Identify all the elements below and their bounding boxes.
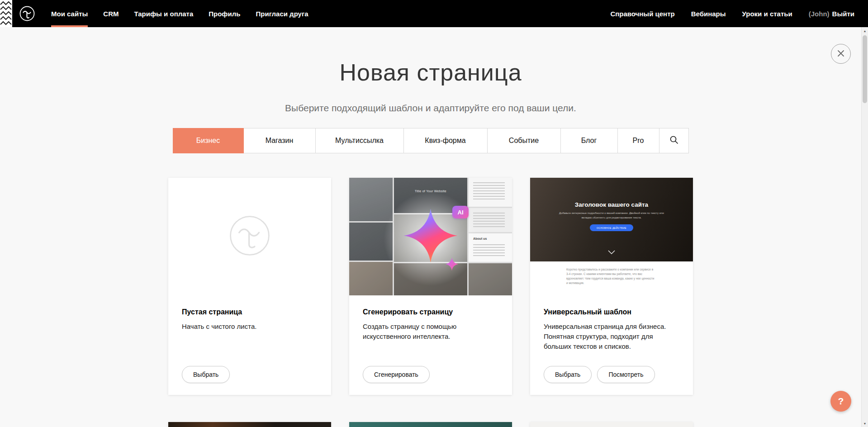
tab-pro[interactable]: Pro: [617, 128, 659, 153]
preview-body-text: Коротко представьтесь и расскажите о ком…: [566, 267, 656, 285]
page-title: Новая страница: [0, 60, 861, 85]
template-card-partial[interactable]: [349, 422, 512, 427]
tab-event[interactable]: Событие: [487, 128, 561, 153]
preview-cta-button: Основное действие: [590, 224, 633, 231]
template-card-universal: Заголовок вашего сайта Добавьте интересн…: [530, 178, 693, 395]
tilda-logo-icon[interactable]: [19, 5, 36, 22]
help-button[interactable]: ?: [830, 391, 851, 412]
card-description: Универсальная страница для бизнеса. Поня…: [544, 322, 679, 351]
ai-sparkle-icon: [403, 208, 459, 266]
card-body: Пустая страница Начать с чистого листа. …: [168, 295, 331, 395]
card-title: Универсальный шаблон: [544, 308, 679, 316]
card-actions: Сгенерировать: [363, 366, 498, 383]
tab-multilink[interactable]: Мультиссылка: [315, 128, 404, 153]
new-page-overlay: Новая страница Выберите подходящий шабло…: [0, 27, 861, 427]
template-preview[interactable]: Заголовок вашего сайта Добавьте интересн…: [530, 178, 693, 295]
generate-button[interactable]: Сгенерировать: [363, 366, 430, 383]
tab-store[interactable]: Магазин: [243, 128, 316, 153]
tab-business[interactable]: Бизнес: [173, 128, 244, 153]
card-description: Начать с чистого листа.: [182, 322, 318, 332]
zigzag-pattern-icon: [0, 0, 12, 27]
screen: Мои сайты CRM Тарифы и оплата Профиль Пр…: [0, 0, 868, 427]
preview-heading: Заголовок вашего сайта: [530, 201, 693, 208]
preview-hero: Заголовок вашего сайта Добавьте интересн…: [530, 178, 693, 261]
choose-button[interactable]: Выбрать: [544, 366, 592, 383]
card-description: Создать страницу с помощью искусственног…: [363, 322, 498, 342]
nav-help-center[interactable]: Справочный центр: [610, 0, 674, 27]
ai-sparkle-small-icon: [445, 257, 459, 273]
tab-quiz-form[interactable]: Квиз-форма: [403, 128, 488, 153]
template-card-blank: Пустая страница Начать с чистого листа. …: [168, 178, 331, 395]
template-card-partial[interactable]: [168, 422, 331, 427]
question-icon: ?: [838, 396, 844, 406]
nav-profile[interactable]: Профиль: [209, 0, 240, 27]
category-tabs: Бизнес Магазин Мультиссылка Квиз-форма С…: [173, 128, 689, 153]
scroll-down-arrow-icon[interactable]: ▼: [862, 420, 868, 427]
template-card-ai: Title of Your Website About us: [349, 178, 512, 395]
card-actions: Выбрать: [182, 366, 318, 383]
nav-my-sites[interactable]: Мои сайты: [51, 0, 88, 27]
tilda-watermark-icon: [226, 212, 273, 261]
close-icon: [837, 49, 845, 59]
scrollbar[interactable]: ▲ ▼: [861, 27, 868, 427]
main-menu: Мои сайты CRM Тарифы и оплата Профиль Пр…: [51, 0, 308, 27]
nav-webinars[interactable]: Вебинары: [691, 0, 726, 27]
chevron-down-icon: [608, 248, 615, 256]
template-grid: Пустая страница Начать с чистого листа. …: [168, 178, 693, 395]
template-card-partial[interactable]: [530, 422, 693, 427]
scrollbar-thumb[interactable]: [863, 35, 867, 103]
card-actions: Выбрать Посмотреть: [544, 366, 679, 383]
secondary-menu: Справочный центр Вебинары Уроки и статьи…: [610, 0, 854, 27]
choose-button[interactable]: Выбрать: [182, 366, 230, 383]
tab-blog[interactable]: Блог: [560, 128, 618, 153]
view-button[interactable]: Посмотреть: [597, 366, 655, 383]
template-grid-row2: [168, 422, 693, 427]
search-icon: [669, 135, 678, 146]
ai-badge: AI: [452, 206, 469, 218]
top-navbar: Мои сайты CRM Тарифы и оплата Профиль Пр…: [0, 0, 868, 27]
blank-preview[interactable]: [168, 178, 331, 295]
nav-crm[interactable]: CRM: [103, 0, 119, 27]
card-body: Универсальный шаблон Универсальная стран…: [530, 295, 693, 395]
ai-preview[interactable]: Title of Your Website About us: [349, 178, 512, 295]
page-subtitle: Выберите подходящий шаблон и адаптируйте…: [0, 103, 861, 114]
user-name: (John): [809, 10, 830, 18]
nav-invite-friend[interactable]: Пригласи друга: [256, 0, 308, 27]
logout-link[interactable]: Выйти: [832, 0, 854, 27]
preview-subtext: Добавьте интересные подробности о вашей …: [558, 211, 665, 220]
user-segment: (John) Выйти: [809, 0, 854, 27]
tab-search[interactable]: [659, 128, 689, 153]
card-body: Сгенерировать страницу Создать страницу …: [349, 295, 512, 395]
card-title: Пустая страница: [182, 308, 318, 316]
nav-lessons[interactable]: Уроки и статьи: [742, 0, 792, 27]
scroll-up-arrow-icon[interactable]: ▲: [862, 27, 868, 34]
card-title: Сгенерировать страницу: [363, 308, 498, 316]
close-button[interactable]: [831, 44, 851, 64]
nav-tariffs[interactable]: Тарифы и оплата: [134, 0, 193, 27]
